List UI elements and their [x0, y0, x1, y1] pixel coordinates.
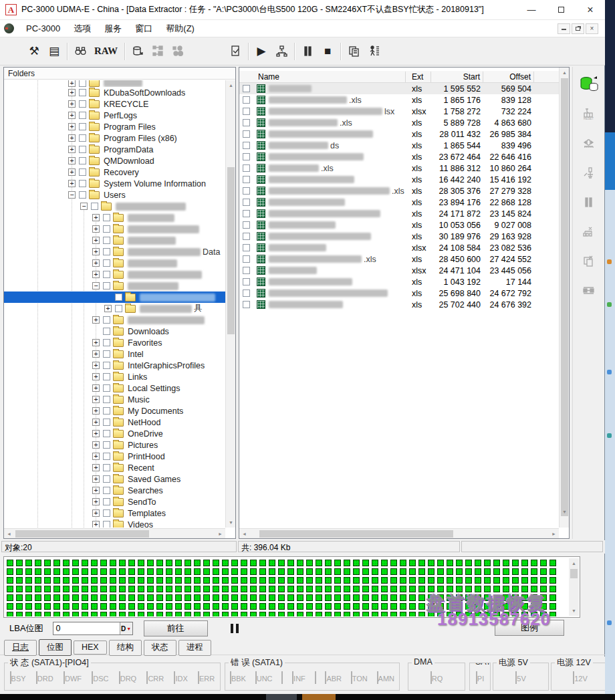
tree-checkbox[interactable]	[103, 521, 110, 528]
file-row[interactable]: dsxls1 865 544839 496	[239, 140, 569, 151]
tree-item-redacted[interactable]: −	[4, 201, 225, 212]
tree-item-users[interactable]: −Users	[4, 189, 225, 201]
tree-expander[interactable]: +	[68, 80, 76, 87]
tree-item-perflogs[interactable]: +PerfLogs	[4, 110, 225, 121]
folders-vertical-scrollbar[interactable]: ▲ ▼	[225, 80, 235, 528]
tree-item-videos[interactable]: +Videos	[4, 519, 225, 528]
file-row[interactable]: .xlsxls5 889 7284 863 680	[239, 117, 569, 128]
tree-item-qmdownload[interactable]: +QMDownload	[4, 155, 225, 166]
menu-pc3000[interactable]: PC-3000	[19, 21, 67, 35]
lba-input[interactable]: 0 D▼	[53, 622, 133, 635]
tree-checkbox[interactable]	[103, 316, 110, 324]
tree-checkbox[interactable]	[103, 328, 110, 335]
scroll-left-icon[interactable]: ◄	[239, 529, 249, 539]
tree-expander[interactable]: +	[68, 180, 76, 187]
file-checkbox[interactable]	[243, 210, 250, 217]
tree-checkbox[interactable]	[115, 294, 122, 301]
tree-checkbox[interactable]	[79, 89, 86, 96]
tree-item-printhood[interactable]: +PrintHood	[4, 451, 225, 462]
menu-item-1[interactable]: 选项	[67, 21, 98, 35]
tree-item-templates[interactable]: +Templates	[4, 507, 225, 519]
tree-expander[interactable]: +	[92, 487, 100, 494]
tree-expander[interactable]: +	[104, 305, 112, 312]
tree-expander[interactable]: +	[92, 419, 100, 426]
tree-item-music[interactable]: +Music	[4, 394, 225, 405]
tree-item-onedrive[interactable]: +OneDrive	[4, 428, 225, 439]
tree-item-system-volume-information[interactable]: +System Volume Information	[4, 178, 225, 189]
tree-checkbox[interactable]	[103, 396, 110, 403]
tree-expander[interactable]: +	[92, 237, 100, 244]
tree-expander[interactable]: +	[92, 339, 100, 346]
file-row[interactable]: xls23 672 46422 646 416	[239, 151, 569, 162]
tree-item-redacted[interactable]: +	[4, 223, 225, 235]
tree-item-redacted[interactable]: −	[4, 280, 225, 291]
tree-expander[interactable]: +	[68, 157, 76, 164]
tree-checkbox[interactable]	[79, 112, 86, 119]
export-database-icon[interactable]	[128, 41, 148, 62]
tree-checkbox[interactable]	[79, 180, 86, 187]
file-row[interactable]: xls10 053 0569 027 008	[239, 219, 569, 231]
tree-item-krecycle[interactable]: +KRECYCLE	[4, 98, 225, 110]
file-row[interactable]: lsxxlsx1 758 272732 224	[239, 106, 569, 117]
folders-horizontal-scrollbar[interactable]: ◄ ►	[4, 528, 225, 538]
tree-checkbox[interactable]	[103, 225, 110, 233]
pause-icon[interactable]	[297, 41, 318, 62]
file-checkbox[interactable]	[243, 199, 250, 206]
tools-icon[interactable]: ⚒	[24, 41, 44, 62]
scroll-left-icon[interactable]: ◄	[4, 529, 14, 539]
tree-expander[interactable]: +	[68, 168, 76, 176]
tree-expander[interactable]: +	[68, 100, 76, 108]
tree-item-pictures[interactable]: +Pictures	[4, 439, 225, 451]
column-header-name[interactable]: Name	[239, 72, 406, 82]
save-results-icon[interactable]	[225, 41, 245, 62]
tree-item-redacted[interactable]: +	[4, 235, 225, 246]
tree-item-searches[interactable]: +Searches	[4, 485, 225, 496]
file-row[interactable]: xlsx24 471 10423 445 056	[239, 265, 569, 276]
file-row[interactable]: xls30 189 97629 163 928	[239, 231, 569, 242]
tree-checkbox[interactable]	[79, 191, 86, 199]
scroll-down-icon[interactable]: ▼	[226, 517, 236, 528]
file-row[interactable]: xls25 698 84024 672 792	[239, 287, 569, 299]
tree-expander[interactable]: +	[92, 259, 100, 267]
tree-expander[interactable]: +	[92, 350, 100, 358]
search-binoculars-icon[interactable]	[70, 41, 90, 62]
file-row[interactable]: xls1 595 552569 504	[239, 83, 569, 94]
tree-expander[interactable]: +	[92, 521, 100, 528]
change-drive-icon[interactable]	[576, 73, 602, 96]
file-row[interactable]: xls1 043 19217 144	[239, 276, 569, 287]
tree-item-favorites[interactable]: +Favorites	[4, 337, 225, 348]
tree-item-program-files-x86-[interactable]: +Program Files (x86)	[4, 132, 225, 144]
file-row[interactable]: .xlsxls28 450 60027 424 552	[239, 253, 569, 265]
file-row[interactable]: xlsx24 108 58423 082 536	[239, 242, 569, 253]
tree-expander[interactable]: +	[68, 123, 76, 130]
file-checkbox[interactable]	[243, 176, 250, 183]
file-checkbox[interactable]	[243, 164, 250, 172]
scroll-down-icon[interactable]: ▼	[560, 507, 570, 517]
tree-checkbox[interactable]	[103, 259, 110, 267]
tree-checkbox[interactable]	[103, 407, 110, 415]
tree-item-redacted[interactable]	[4, 291, 225, 303]
tree-checkbox[interactable]	[79, 146, 86, 153]
tree-expander[interactable]: +	[92, 384, 100, 392]
close-button[interactable]: ×	[576, 1, 605, 19]
file-checkbox[interactable]	[243, 255, 250, 263]
tree-checkbox[interactable]	[103, 419, 110, 426]
tree-expander[interactable]: +	[92, 475, 100, 483]
column-header-offset[interactable]: Offset	[483, 72, 534, 82]
tree-checkbox[interactable]	[79, 123, 86, 130]
tree-expander[interactable]: +	[92, 464, 100, 471]
tree-checkbox[interactable]	[103, 430, 110, 437]
tree-checkbox[interactable]	[103, 282, 110, 289]
tree-checkbox[interactable]	[79, 157, 86, 164]
raw-recovery-button[interactable]: RAW	[90, 41, 122, 62]
scroll-up-icon[interactable]: ▲	[569, 558, 579, 568]
scroll-down-icon[interactable]: ▼	[569, 606, 579, 616]
file-checkbox[interactable]	[243, 187, 250, 195]
tree-expander[interactable]: +	[92, 407, 100, 415]
tree-checkbox[interactable]	[103, 214, 110, 221]
tree-expander[interactable]: +	[68, 134, 76, 142]
tree-item-my-documents[interactable]: +My Documents	[4, 405, 225, 417]
file-checkbox[interactable]	[243, 108, 250, 115]
mdi-close-button[interactable]: ×	[586, 23, 598, 34]
file-row[interactable]: xls23 894 17622 868 128	[239, 197, 569, 208]
